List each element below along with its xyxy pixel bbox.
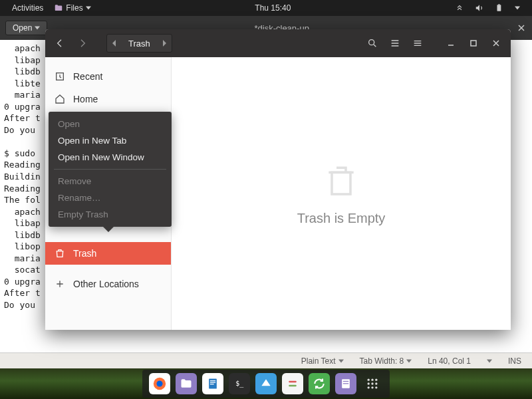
svg-rect-6 (210, 382, 215, 383)
status-cursor-position: Ln 40, Col 1 (428, 356, 471, 366)
activities-button[interactable]: Activities (7, 3, 49, 13)
hamburger-icon (412, 38, 423, 49)
gedit-statusbar: Plain Text Tab Width: 8 Ln 40, Col 1 INS (0, 352, 532, 368)
window-minimize-button[interactable] (442, 34, 460, 53)
close-icon (492, 39, 500, 47)
svg-rect-10 (289, 385, 297, 387)
svg-point-22 (375, 386, 377, 388)
system-menu-caret[interactable] (509, 5, 525, 11)
sidebar-item-label: Trash (73, 248, 96, 259)
path-next-icon (157, 40, 172, 47)
dock-firefox[interactable] (149, 373, 170, 394)
current-app-menu[interactable]: Files (49, 3, 96, 13)
current-app-label: Files (66, 3, 82, 13)
svg-point-19 (375, 382, 377, 384)
chevron-down-icon (86, 5, 91, 11)
files-headerbar: Trash (45, 29, 511, 57)
battery-icon[interactable] (489, 3, 509, 13)
dock-terminal[interactable]: $_ (229, 373, 250, 394)
svg-point-16 (375, 379, 377, 381)
svg-rect-0 (497, 5, 501, 11)
svg-rect-7 (210, 384, 214, 384)
search-button[interactable] (363, 34, 382, 53)
clock[interactable]: Thu 15:40 (249, 3, 296, 13)
status-tab-width[interactable]: Tab Width: 8 (360, 356, 412, 366)
path-segment-trash[interactable]: Trash (122, 35, 157, 52)
status-language[interactable]: Plain Text (301, 356, 344, 366)
chevron-down-icon (406, 358, 412, 364)
trash-empty-icon (323, 162, 360, 199)
status-caret-menu[interactable] (487, 358, 492, 364)
dock: $_ (142, 370, 390, 398)
path-bar[interactable]: Trash (106, 34, 172, 53)
sidebar-item-label: Home (73, 94, 98, 104)
ctx-open-new-window[interactable]: Open in New Window (49, 149, 172, 166)
sidebar-item-recent[interactable]: Recent (45, 65, 171, 88)
gnome-topbar: Activities Files Thu 15:40 (0, 0, 532, 16)
svg-rect-26 (332, 172, 350, 194)
close-icon (517, 24, 525, 32)
window-close-button[interactable] (487, 34, 505, 53)
list-icon (390, 38, 400, 49)
path-prev-icon (107, 40, 122, 47)
svg-point-20 (368, 386, 370, 388)
svg-point-15 (371, 379, 373, 381)
dock-todo[interactable] (335, 373, 356, 394)
sidebar-item-other-locations[interactable]: Other Locations (45, 273, 171, 295)
chevron-down-icon (338, 358, 344, 364)
ctx-remove[interactable]: Remove (49, 173, 172, 190)
svg-rect-12 (343, 381, 348, 382)
sidebar-item-trash[interactable]: Trash (45, 242, 171, 265)
chevron-down-icon (35, 25, 40, 31)
chevron-down-icon (487, 358, 492, 364)
dock-files[interactable] (176, 373, 197, 394)
ctx-separator (54, 169, 166, 170)
svg-point-17 (368, 382, 370, 384)
search-icon (367, 38, 378, 49)
gedit-close-button[interactable] (516, 23, 527, 33)
trash-empty-label: Trash is Empty (297, 211, 386, 226)
nav-back-button[interactable] (51, 34, 69, 53)
svg-point-3 (156, 380, 162, 386)
minimize-icon (447, 39, 455, 47)
plus-icon (55, 279, 65, 289)
home-icon (55, 94, 65, 104)
sidebar-item-home[interactable]: Home (45, 88, 171, 110)
status-insert-mode[interactable]: INS (508, 356, 521, 366)
sidebar-item-label: Other Locations (73, 279, 139, 289)
clock-icon (55, 71, 65, 82)
sidebar-item-label: Recent (73, 71, 102, 82)
svg-rect-1 (498, 4, 499, 5)
dock-software[interactable] (255, 373, 277, 394)
files-main-area[interactable]: Trash is Empty (172, 57, 511, 330)
maximize-icon (469, 39, 477, 47)
dock-settings[interactable] (282, 373, 303, 394)
ctx-empty-trash[interactable]: Empty Trash (49, 206, 172, 223)
dock-writer[interactable] (202, 373, 223, 394)
volume-icon[interactable] (469, 3, 489, 13)
dock-show-apps[interactable] (362, 373, 383, 394)
svg-point-14 (368, 379, 370, 381)
nav-forward-button[interactable] (73, 34, 92, 53)
svg-rect-13 (343, 383, 348, 384)
files-icon (54, 3, 63, 13)
trash-icon (55, 248, 65, 259)
ctx-open-new-tab[interactable]: Open in New Tab (49, 132, 172, 149)
svg-point-18 (371, 382, 373, 384)
svg-rect-24 (471, 41, 476, 46)
window-maximize-button[interactable] (464, 34, 483, 53)
dock-updater[interactable] (309, 373, 330, 394)
ctx-open[interactable]: Open (49, 116, 172, 132)
hamburger-button[interactable] (408, 34, 427, 53)
svg-rect-5 (210, 380, 215, 381)
gedit-open-button[interactable]: Open (5, 21, 47, 35)
network-icon[interactable] (450, 3, 469, 13)
svg-rect-9 (289, 381, 297, 383)
svg-text:$_: $_ (235, 380, 244, 388)
sidebar-context-menu: Open Open in New Tab Open in New Window … (49, 112, 172, 227)
svg-point-23 (369, 40, 374, 45)
view-list-button[interactable] (386, 34, 404, 53)
svg-point-21 (371, 386, 373, 388)
gedit-open-label: Open (13, 23, 32, 33)
ctx-rename[interactable]: Rename… (49, 190, 172, 206)
